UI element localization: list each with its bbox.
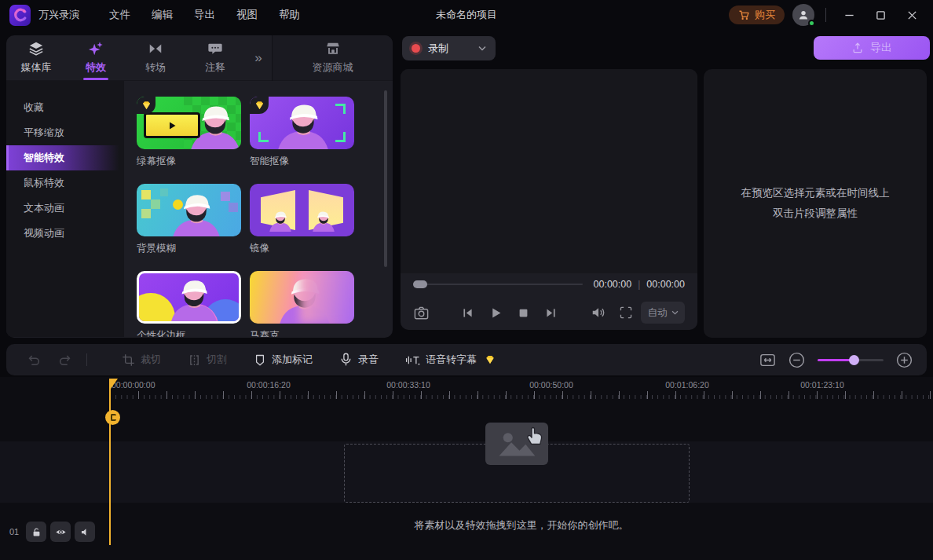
menu-edit[interactable]: 编辑 [152, 8, 173, 22]
fullscreen-button[interactable] [619, 306, 633, 320]
effect-label: 背景模糊 [137, 242, 241, 255]
more-tabs-button[interactable]: » [245, 50, 272, 66]
record-dropdown-button[interactable]: 录制 [402, 36, 496, 60]
slider-knob[interactable] [849, 355, 859, 365]
effect-card-background-blur[interactable]: 背景模糊 [137, 184, 241, 255]
stop-button[interactable] [518, 307, 529, 319]
undo-button[interactable] [27, 353, 41, 367]
close-button[interactable] [900, 4, 924, 26]
effect-thumbnail[interactable] [250, 184, 354, 236]
previous-frame-button[interactable] [461, 306, 474, 320]
effect-thumbnail[interactable] [137, 97, 241, 149]
menu-view[interactable]: 视图 [236, 8, 258, 22]
track-lock-button[interactable] [26, 522, 46, 542]
tab-resource-store[interactable]: 资源商城 [273, 35, 393, 80]
preview-player: 00:00:00 | 00:00:00 [401, 69, 697, 330]
snapshot-camera-button[interactable] [413, 305, 430, 321]
tab-annotations[interactable]: 注释 [185, 35, 245, 80]
time-separator: | [638, 279, 640, 290]
upload-icon [851, 42, 864, 54]
effect-card-mosaic[interactable]: 马赛克 [250, 271, 354, 337]
gem-icon [254, 101, 265, 110]
sidebar-item-favorites[interactable]: 收藏 [6, 95, 124, 120]
left-panel: 媒体库 特效 转场 注释 » [6, 35, 393, 338]
sidebar-item-video-animation[interactable]: 视频动画 [6, 221, 124, 246]
panel-tab-bar: 媒体库 特效 转场 注释 » [6, 35, 393, 81]
next-frame-button[interactable] [544, 306, 558, 320]
person-illustration [166, 278, 222, 324]
sidebar-item-pan-zoom[interactable]: 平移缩放 [6, 120, 124, 145]
pixel-block [229, 203, 238, 212]
tab-media-library[interactable]: 媒体库 [6, 35, 66, 80]
online-status-dot [808, 20, 815, 27]
properties-panel: 在预览区选择元素或在时间线上 双击片段调整属性 [704, 69, 927, 338]
ruler-label: 00:01:23:10 [800, 380, 843, 390]
sidebar-item-smart-effects[interactable]: 智能特效 [6, 145, 124, 170]
maximize-button[interactable] [869, 4, 892, 26]
volume-button[interactable] [591, 305, 606, 320]
menu-file[interactable]: 文件 [109, 8, 130, 22]
playhead[interactable] [109, 379, 111, 545]
account-avatar[interactable] [792, 4, 814, 26]
sidebar-item-text-animation[interactable]: 文本动画 [6, 196, 124, 221]
titlebar-right: 购买 [729, 4, 924, 26]
add-marker-button[interactable]: 添加标记 [254, 353, 313, 367]
ruler-label: 00:00:00:00 [112, 380, 155, 390]
effect-card-custom-border[interactable]: 个性化边框 [137, 271, 241, 337]
seek-bar[interactable] [413, 284, 583, 285]
effect-label: 镜像 [250, 242, 354, 255]
tab-effects[interactable]: 特效 [66, 35, 126, 80]
crop-button[interactable]: 裁切 [122, 353, 161, 367]
redo-button[interactable] [58, 353, 72, 367]
minimize-button[interactable] [837, 4, 861, 26]
effect-thumbnail[interactable] [137, 184, 241, 236]
current-time: 00:00:00 [594, 279, 632, 290]
app-logo-icon [9, 5, 31, 26]
timeline-area: 00:00:00:00 00:00:16:20 00:00:33:10 00:0… [0, 377, 933, 560]
record-audio-button[interactable]: 录音 [339, 353, 379, 367]
active-tab-underline [83, 78, 108, 80]
person-illustration [310, 210, 337, 232]
layers-icon [28, 41, 44, 57]
effect-card-greenscreen[interactable]: 绿幕抠像 [137, 97, 241, 168]
toolbar-divider [86, 353, 87, 366]
speech-to-text-button[interactable]: 语音转字幕 [405, 353, 496, 367]
export-button[interactable]: 导出 [814, 36, 930, 60]
split-button[interactable]: 切割 [188, 353, 227, 367]
effect-card-mirror[interactable]: 镜像 [250, 184, 354, 255]
zoom-in-button[interactable] [896, 352, 913, 368]
effect-thumbnail[interactable] [250, 271, 354, 324]
app-name: 万兴录演 [38, 8, 79, 22]
tab-transitions[interactable]: 转场 [126, 35, 185, 80]
menu-help[interactable]: 帮助 [279, 8, 300, 22]
person-illustration [272, 102, 335, 149]
preview-canvas[interactable] [401, 69, 697, 273]
sidebar-item-mouse-effects[interactable]: 鼠标特效 [6, 170, 124, 196]
cart-icon [738, 9, 750, 21]
preview-zoom-mode-button[interactable]: 自动 [641, 302, 685, 324]
buy-button[interactable]: 购买 [729, 5, 785, 24]
track-visibility-button[interactable] [50, 522, 71, 542]
zoom-out-button[interactable] [788, 352, 805, 368]
video-player-illustration [144, 112, 200, 138]
effect-card-smart-keying[interactable]: 智能抠像 [250, 97, 354, 168]
person-illustration [267, 210, 294, 232]
pixel-block [151, 199, 160, 209]
gem-icon [141, 101, 152, 110]
playhead-handle[interactable] [105, 410, 120, 425]
crop-icon [122, 353, 135, 367]
marker-flag-icon [254, 353, 266, 367]
playhead-grip [111, 414, 116, 421]
seek-handle[interactable] [413, 280, 427, 288]
premium-badge [137, 97, 156, 114]
menu-export[interactable]: 导出 [194, 8, 215, 22]
effects-scrollbar[interactable] [384, 90, 387, 267]
effect-thumbnail[interactable] [137, 271, 241, 324]
timeline-ruler[interactable] [110, 391, 933, 399]
track-mute-button[interactable] [75, 522, 95, 542]
effect-thumbnail[interactable] [250, 97, 354, 149]
fit-timeline-button[interactable] [759, 353, 776, 368]
split-icon [188, 353, 201, 367]
play-button[interactable] [489, 306, 503, 320]
timeline-zoom-slider[interactable] [818, 359, 884, 361]
